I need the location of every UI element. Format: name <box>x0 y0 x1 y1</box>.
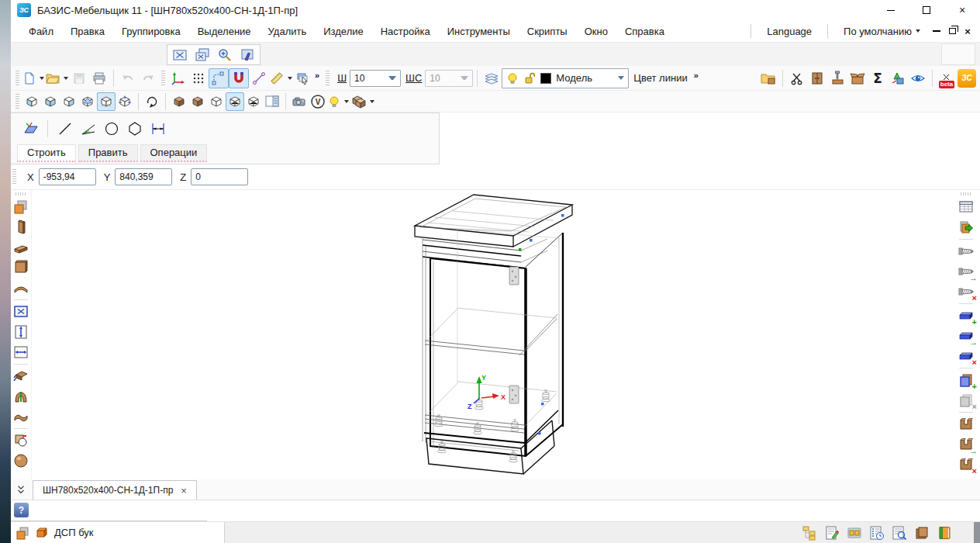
mdi-restore-button[interactable] <box>944 23 960 39</box>
fastener-add-button[interactable] <box>957 242 975 261</box>
bazis-home-button[interactable]: ЗС <box>957 68 977 88</box>
render-solid-button[interactable] <box>188 92 207 111</box>
panel-horizontal-button[interactable] <box>12 238 30 257</box>
menu-tools[interactable]: Инструменты <box>439 20 519 42</box>
redo-button[interactable] <box>138 68 158 88</box>
menu-help[interactable]: Справка <box>616 20 673 42</box>
menu-selection[interactable]: Выделение <box>189 20 260 42</box>
panel-wavy-button[interactable] <box>12 407 30 426</box>
fastener-edit-button[interactable]: → <box>957 262 975 281</box>
menu-file[interactable]: Файл <box>20 20 62 42</box>
layer-combo-value[interactable]: Модель <box>556 72 613 84</box>
view-control-button[interactable] <box>908 68 928 88</box>
search-list-button[interactable] <box>890 524 909 542</box>
project-folder-button[interactable] <box>758 68 778 88</box>
grid-button[interactable] <box>188 68 209 88</box>
object-snap-button[interactable] <box>229 68 249 88</box>
menu-grouping[interactable]: Группировка <box>113 20 189 42</box>
drawing-canvas[interactable]: X Y Z <box>32 190 952 479</box>
profile-dropdown[interactable]: По умолчанию <box>835 26 929 37</box>
save-button[interactable] <box>69 68 89 88</box>
tab-edit[interactable]: Править <box>78 144 138 162</box>
view-right-button[interactable] <box>60 92 78 111</box>
toolbar-grip[interactable] <box>16 71 19 86</box>
close-button[interactable]: × <box>944 0 980 20</box>
layers-select-button[interactable] <box>293 68 313 88</box>
menu-language[interactable]: Language <box>758 26 820 37</box>
render-hidden-edges-button[interactable] <box>244 92 263 111</box>
print-button[interactable] <box>89 68 109 88</box>
panel-contour-button[interactable] <box>12 431 30 450</box>
tab-operations[interactable]: Операции <box>140 144 208 162</box>
z-input[interactable]: 0 <box>191 168 248 185</box>
toolbar-grip[interactable] <box>161 71 165 86</box>
mdi-minimize-button[interactable] <box>929 23 944 39</box>
new-document-button[interactable] <box>22 68 45 88</box>
toolbar-grip[interactable] <box>12 169 16 185</box>
redraw-button[interactable] <box>237 45 257 65</box>
panel-bent-button[interactable] <box>12 367 30 386</box>
tab-build[interactable]: Строить <box>17 144 76 162</box>
menu-delete[interactable]: Удалить <box>260 20 316 42</box>
fit-all-windows-button[interactable] <box>192 45 212 65</box>
zoom-in-button[interactable] <box>215 45 235 65</box>
facing-add-button[interactable]: + <box>957 371 975 389</box>
groove-delete-button[interactable]: × <box>957 455 975 474</box>
cutting-button[interactable] <box>787 68 807 88</box>
panels-list-button[interactable] <box>845 524 864 542</box>
panel-curved-button[interactable] <box>12 278 30 297</box>
facing-delete-button[interactable]: × <box>957 391 975 410</box>
snapshot-button[interactable] <box>290 92 309 111</box>
draw-line-button[interactable] <box>55 119 75 139</box>
panel-by-size-button[interactable] <box>12 303 30 321</box>
fastener-delete-button[interactable]: × <box>957 282 975 301</box>
ruler-button[interactable] <box>269 68 293 88</box>
toolbar-grip[interactable] <box>16 192 26 195</box>
report-button[interactable] <box>823 524 841 542</box>
menu-settings[interactable]: Настройка <box>372 20 439 42</box>
panel-height-button[interactable] <box>12 323 30 341</box>
render-textured-button[interactable] <box>170 92 188 111</box>
step-combo[interactable]: 10 <box>425 70 473 87</box>
toolbar-grip[interactable] <box>961 192 971 195</box>
calculation-button[interactable]: Σ <box>868 68 888 88</box>
drilling-button[interactable] <box>827 68 847 88</box>
x-input[interactable]: -953,94 <box>39 168 96 185</box>
panel-vertical-button[interactable] <box>12 218 30 237</box>
layer-color-swatch[interactable] <box>540 73 551 84</box>
panel-any-button[interactable] <box>12 198 30 216</box>
view-section-button[interactable] <box>78 92 97 111</box>
undo-button[interactable] <box>118 68 138 88</box>
lighting-button[interactable] <box>327 92 350 111</box>
sidebar-more-button[interactable] <box>14 482 28 496</box>
spec-table-button[interactable] <box>957 198 975 216</box>
menu-edit[interactable]: Правка <box>62 20 113 42</box>
help-button[interactable]: ? <box>14 503 29 517</box>
cutting-beta-button[interactable]: beta <box>937 68 957 88</box>
mdi-close-button[interactable]: × <box>960 23 975 39</box>
maximize-button[interactable] <box>909 0 944 20</box>
view-front-button[interactable] <box>22 92 41 111</box>
edge-band-delete-button[interactable]: × <box>957 347 975 365</box>
fit-view-button[interactable] <box>170 45 190 65</box>
project-tree-button[interactable] <box>800 524 819 542</box>
cabinet-module-button[interactable] <box>807 68 827 88</box>
panel-width-button[interactable] <box>12 343 30 361</box>
materials-button[interactable] <box>350 92 375 111</box>
coordinate-system-button[interactable] <box>168 68 188 88</box>
handbook-button[interactable] <box>935 524 954 542</box>
toolbar-grip[interactable] <box>326 71 330 86</box>
draw-angle-line-button[interactable] <box>78 119 98 139</box>
groove-edit-button[interactable]: → <box>957 435 975 454</box>
material-swatches-icon[interactable] <box>16 526 29 540</box>
groove-add-button[interactable] <box>957 415 975 434</box>
export-panels-button[interactable] <box>957 218 975 237</box>
tab-close-icon[interactable]: × <box>181 485 187 496</box>
layer-visibility-bulb-icon[interactable] <box>506 72 519 85</box>
schedule-button[interactable] <box>868 524 886 542</box>
layer-lock-icon[interactable] <box>523 72 536 85</box>
line-width-combo[interactable]: 10 <box>350 70 401 87</box>
menu-product[interactable]: Изделие <box>315 20 371 42</box>
panel-arched-button[interactable] <box>12 387 30 406</box>
draw-circle-button[interactable] <box>102 119 122 139</box>
